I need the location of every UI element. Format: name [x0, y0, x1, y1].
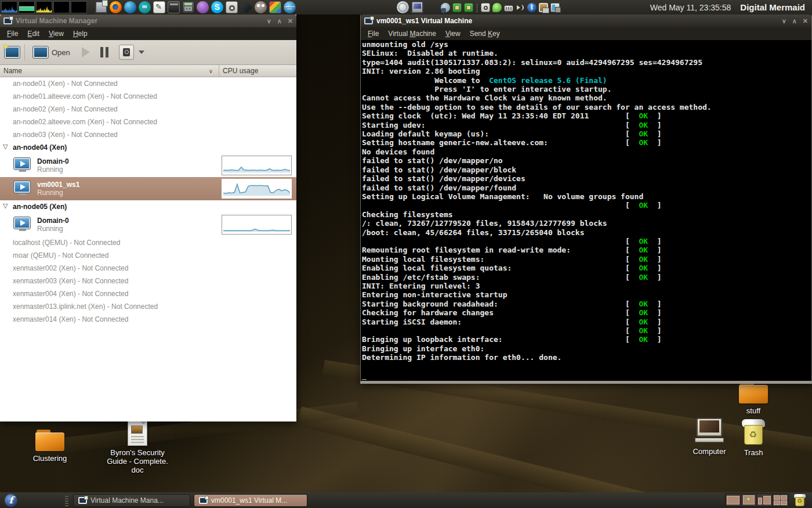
memory-graph[interactable]	[19, 1, 35, 13]
connection-row[interactable]: an-node02.alteeve.com (Xen) - Not Connec…	[0, 116, 296, 128]
remote-viewer-icon[interactable]	[95, 1, 107, 13]
user-globe-icon[interactable]	[441, 3, 450, 12]
vm-row[interactable]: vm0001_ws1Running	[0, 177, 296, 200]
vmm-close-button[interactable]: ✕	[288, 17, 293, 25]
column-header-cpu[interactable]: CPU usage	[219, 65, 296, 77]
thunderbird-icon[interactable]	[124, 1, 136, 13]
vm-row[interactable]: Domain-0Running	[0, 154, 296, 177]
column-header-name[interactable]: Name ∨	[0, 65, 219, 77]
cpu-usage-sparkline	[222, 156, 292, 175]
connection-row[interactable]: xenmaster004 (Xen) - Not Connected	[0, 287, 296, 300]
menu-file[interactable]: File	[2, 28, 23, 39]
globe-icon[interactable]	[284, 1, 296, 13]
run-vm-button[interactable]	[82, 47, 90, 57]
console-minimize-button[interactable]: ∨	[782, 17, 786, 25]
console-titlebar[interactable]: vm0001_ws1 Virtual Machine ∨ ∧ ✕	[361, 15, 811, 27]
shutdown-vm-button[interactable]	[119, 45, 134, 60]
vmm-maximize-button[interactable]: ∧	[277, 17, 282, 25]
chat-icon[interactable]	[492, 3, 502, 12]
connection-row[interactable]: ▽an-node04 (Xen)	[0, 141, 296, 154]
desktop-icon-label: Clustering	[15, 454, 85, 463]
cpu-usage-sparkline	[222, 179, 292, 199]
connection-row[interactable]: localhost (QEMU) - Not Connected	[0, 236, 296, 249]
speaker-icon[interactable]	[226, 1, 238, 13]
disk-graph[interactable]	[71, 1, 87, 13]
gimp-icon[interactable]	[255, 1, 267, 13]
desktop-icon-clustering[interactable]: Clustering	[15, 430, 85, 463]
keyboard-icon[interactable]	[504, 5, 513, 12]
connection-row[interactable]: xenmaster002 (Xen) - Not Connected	[0, 262, 296, 275]
skype-icon[interactable]	[211, 1, 223, 13]
workspace-1[interactable]	[726, 494, 741, 506]
color-manager-icon[interactable]	[269, 1, 281, 13]
connection-row[interactable]: xenmaster014 (Xen) - Not Connected	[0, 313, 296, 326]
trash-applet-icon[interactable]	[793, 494, 806, 507]
open-vm-button[interactable]: Open	[30, 44, 74, 60]
connection-row[interactable]: ▽an-node05 (Xen)	[0, 200, 296, 213]
battery-icon[interactable]	[550, 3, 560, 12]
connection-row[interactable]: xenmaster013.iplink.net (Xen) - Not Conn…	[0, 300, 296, 313]
connection-row[interactable]: an-node02 (Xen) - Not Connected	[0, 103, 296, 116]
panel-user-name[interactable]: Digital Mermaid	[740, 2, 805, 12]
dual-display-icon[interactable]	[539, 3, 548, 12]
volume-icon[interactable]	[516, 3, 525, 12]
panel-launchers	[94, 1, 297, 13]
taskbar-drag-handle[interactable]	[65, 495, 68, 506]
web-globe-icon[interactable]	[397, 1, 409, 13]
connection-row[interactable]: an-node03 (Xen) - Not Connected	[0, 128, 296, 141]
arduino-icon[interactable]	[139, 1, 151, 13]
fedora-menu-icon[interactable]: f	[5, 494, 17, 507]
connection-row[interactable]: moar (QEMU) - Not Connected	[0, 249, 296, 262]
shutdown-menu-chevron-icon[interactable]	[139, 51, 144, 57]
console-close-button[interactable]: ✕	[803, 17, 808, 25]
firefox-icon[interactable]	[110, 1, 122, 13]
system-monitor-applet[interactable]	[1, 1, 88, 13]
workspace-3[interactable]	[757, 494, 773, 506]
vmm-minimize-button[interactable]: ∨	[267, 17, 271, 25]
taskbar-window-button[interactable]: Virtual Machine Mana...	[73, 494, 190, 507]
cpu-load-graph[interactable]	[1, 1, 17, 13]
expander-icon[interactable]: ▽	[3, 143, 8, 150]
pause-vm-button[interactable]	[100, 47, 108, 57]
menu-view[interactable]: View	[441, 28, 465, 39]
expander-icon[interactable]: ▽	[3, 202, 8, 210]
text-editor-icon[interactable]	[153, 1, 165, 13]
menu-file[interactable]: File	[363, 28, 383, 39]
workspace-4[interactable]	[773, 494, 788, 506]
vmm-titlebar[interactable]: Virtual Machine Manager ∨ ∧ ✕	[0, 15, 296, 27]
desktop-icon-trash[interactable]: Trash	[719, 419, 788, 457]
chip2-icon[interactable]	[464, 3, 473, 12]
network-graph[interactable]	[36, 1, 52, 13]
panel-status-icons	[440, 3, 561, 12]
cpu-usage-sparkline	[222, 215, 292, 235]
terminal-icon[interactable]	[168, 1, 180, 13]
speaker-box-icon[interactable]	[481, 3, 490, 12]
workstation-icon[interactable]	[411, 1, 423, 13]
new-vm-button[interactable]	[5, 46, 20, 58]
menu-edit[interactable]: Edit	[23, 28, 44, 39]
inkscape-icon[interactable]	[240, 1, 252, 13]
menu-view[interactable]: View	[44, 28, 68, 39]
taskbar-window-button[interactable]: vm0001_ws1 Virtual M...	[194, 494, 307, 507]
calculator-icon[interactable]	[182, 1, 194, 13]
bluetooth-icon[interactable]	[527, 3, 536, 12]
console-line: [ OK ]	[362, 201, 811, 210]
vm-row[interactable]: Domain-0Running	[0, 213, 296, 236]
menu-send-key[interactable]: Send Key	[465, 28, 505, 39]
connection-row[interactable]: xenmaster003 (Xen) - Not Connected	[0, 275, 296, 287]
menu-help[interactable]: Help	[68, 28, 92, 39]
desktop-icon-stuff[interactable]: stuff	[719, 382, 788, 415]
desktop-icon-byrons-doc[interactable]: Byron's Security Guide - Complete. doc	[103, 420, 172, 474]
connection-row[interactable]: an-node01 (Xen) - Not Connected	[0, 77, 296, 90]
menu-virtual-machine[interactable]: Virtual Machine	[383, 28, 441, 39]
console-maximize-button[interactable]: ∧	[792, 17, 797, 25]
vm-console-screen[interactable]: unmounting old /sysSELinux: Disabled at …	[361, 40, 811, 381]
workspace-2[interactable]	[741, 494, 757, 506]
chip-icon[interactable]	[452, 3, 462, 12]
connection-row[interactable]: an-node01.alteeve.com (Xen) - Not Connec…	[0, 90, 296, 103]
pidgin-icon[interactable]	[197, 1, 209, 13]
swap-graph[interactable]	[53, 1, 70, 13]
trash-icon	[742, 419, 765, 446]
panel-clock[interactable]: Wed May 11, 23:35:58	[650, 3, 731, 12]
console-line: failed to stat() /dev/mapper/found	[362, 183, 811, 192]
